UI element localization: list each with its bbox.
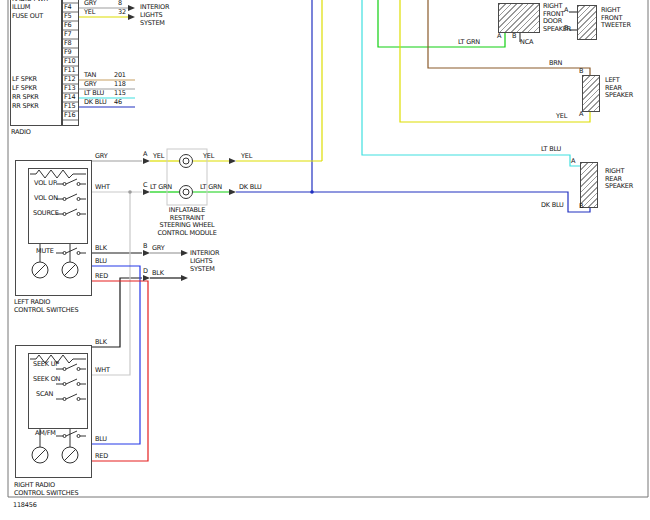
left-out-blu: BLU [95,258,107,266]
wiring-diagram-page: 118456 RADIO PWRILLUMFUSE OUTLF SPKRLF S… [0,0,650,520]
row1-pin-a: A [143,151,147,159]
wire-label-tan-201-circuit: 201 [114,72,126,80]
row-d-pin: D [143,268,148,276]
pin-f8: F8 [64,40,71,48]
left-out-blk: BLK [95,245,107,253]
row2-dk-blu: DK BLU [239,184,262,192]
wire-label-gry-8-color: GRY [84,0,97,8]
clockspring-module-label: INFLATABLE RESTRAINT STEERING WHEEL CONT… [154,207,220,237]
wire-label-gry-8-circuit: 8 [118,0,122,8]
pin-f12: F12 [64,76,75,84]
label-layer: 118456 RADIO PWRILLUMFUSE OUTLF SPKRLF S… [0,0,650,520]
row2-lt-grn-in: LT GRN [150,184,172,192]
wire-label-dk-blu-46-circuit: 46 [114,99,122,107]
left-rear-pin-b: B [579,68,583,76]
row1-gry: GRY [95,153,108,161]
right-out-blk: BLK [95,339,107,347]
switch-seek-up: SEEK UP [33,361,59,369]
pin-f10: F10 [64,58,75,66]
wire-label-gry-118-color: GRY [84,81,97,89]
row-b-gry: GRY [152,245,165,253]
interior-lights-mid-line3: SYSTEM [190,266,215,274]
wire-label-lt-blu-115-color: LT BLU [84,90,104,98]
row1-yel-in: YEL [153,153,164,161]
door-lt-grn: LT GRN [458,39,480,47]
row2-pin-c: C [143,182,147,190]
radio-title: RADIO [11,129,31,137]
label-fuse-out: FUSE OUT [12,13,43,21]
row2-wht: WHT [95,184,110,192]
right-out-red: RED [95,453,108,461]
wire-label-dk-blu-46-color: DK BLU [84,99,107,107]
switch-scan: SCAN [36,391,53,399]
label-illum: ILLUM [12,4,30,12]
pin-f5: F5 [64,13,71,21]
door-nca: NCA [520,39,533,47]
wire-label-yel-32-circuit: 32 [118,9,126,17]
left-rear-yel: YEL [556,113,567,121]
pin-f13: F13 [64,85,75,93]
wire-label-yel-32-color: YEL [84,9,95,17]
pin-f9: F9 [64,49,71,57]
left-rear-pin-a: A [579,111,583,119]
switch-vol-on: VOL ON [34,195,58,203]
left-rear-brn: BRN [549,60,562,68]
wire-label-lt-blu-115-circuit: 115 [114,90,126,98]
left-out-red: RED [95,273,108,281]
pin-f16: F16 [64,112,75,120]
pin-f6: F6 [64,22,71,30]
row1-yel-out: YEL [203,153,214,161]
switch-am-fm: AM/FM [35,430,56,438]
row2-lt-grn-out: LT GRN [200,184,222,192]
label-lf-spkr-neg: LF SPKR [12,85,37,93]
wire-label-gry-118-circuit: 118 [114,81,126,89]
tweeter-pin-b: B [564,25,568,33]
pin-f7: F7 [64,31,71,39]
label-rr-spkr-pos: RR SPKR [12,94,39,102]
label-lf-spkr-pos: LF SPKR [12,76,37,84]
door-pin-a: A [497,33,501,41]
right-rear-dk-blu: DK BLU [541,202,564,210]
door-pin-b: B [512,33,516,41]
left-rear-speaker-label: LEFT REAR SPEAKER [605,77,633,100]
label-rr-spkr-neg: RR SPKR [12,103,39,111]
row1-yel-cont: YEL [241,153,252,161]
right-rear-pin-b: B [579,203,583,211]
tweeter-pin-a: A [564,7,568,15]
right-switches-label: RIGHT RADIO CONTROL SWITCHES [14,482,78,497]
right-out-blu: BLU [95,436,107,444]
left-switches-label: LEFT RADIO CONTROL SWITCHES [14,299,78,314]
figure-number: 118456 [13,502,37,510]
switch-mute: MUTE [36,248,54,256]
switch-source: SOURCE [33,210,59,218]
switch-vol-up: VOL UP [34,180,57,188]
interior-lights-top-line3: SYSTEM [140,20,165,28]
switch-seek-on: SEEK ON [33,376,60,384]
right-rear-pin-a: A [571,158,575,166]
right-front-tweeter-label: RIGHT FRONT TWEETER [601,7,631,30]
pin-f11: F11 [64,67,75,75]
pin-f15: F15 [64,103,75,111]
right-rear-lt-blu: LT BLU [541,146,561,154]
right-out-wht: WHT [95,367,110,375]
row-b-pin: B [143,243,147,251]
pin-f14: F14 [64,94,75,102]
pin-f4: F4 [64,4,71,12]
row-d-blk: BLK [152,270,164,278]
wire-label-tan-201-color: TAN [84,72,96,80]
right-rear-speaker-label: RIGHT REAR SPEAKER [605,168,633,191]
